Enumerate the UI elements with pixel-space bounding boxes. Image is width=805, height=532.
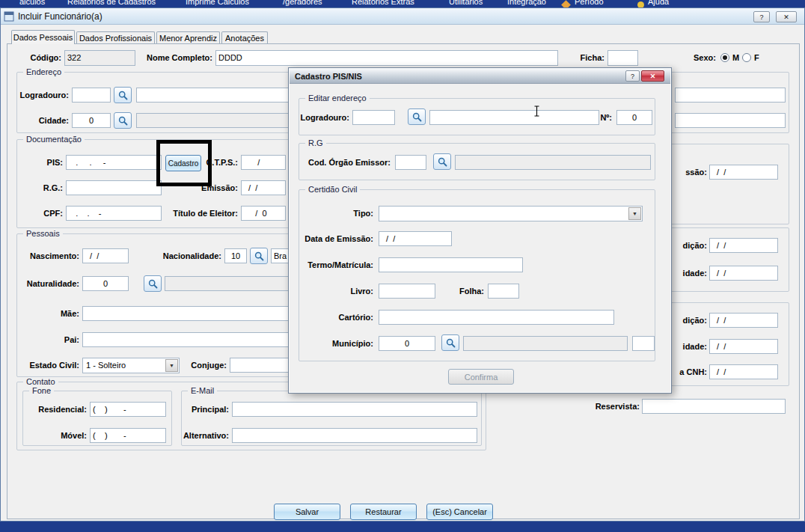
- validade1-field[interactable]: / /: [709, 266, 778, 281]
- menu-item-relatorios-cadastros[interactable]: Relatórios de Cadastros: [67, 0, 156, 6]
- validade2-label: idade:: [683, 342, 707, 352]
- dlg-municipio-code-field[interactable]: 0: [379, 336, 435, 351]
- ficha-field[interactable]: [607, 50, 638, 66]
- dlg-numero-label: Nº:: [600, 113, 612, 123]
- dlg-cartorio-label: Cartório:: [339, 313, 373, 322]
- validade1-label: idade:: [683, 269, 707, 278]
- dlg-municipio-extra-field[interactable]: [632, 336, 655, 351]
- menu-item-periodo[interactable]: Período: [575, 0, 604, 6]
- dlg-livro-field[interactable]: [379, 284, 435, 299]
- nacionalidade-label: Nacionalidade:: [163, 251, 221, 261]
- titulo-eleitor-field[interactable]: / 0: [241, 206, 286, 221]
- window-close-button[interactable]: ✕: [776, 11, 797, 22]
- emissao-field[interactable]: / /: [241, 180, 286, 195]
- cidade-search-button[interactable]: [114, 112, 132, 129]
- group-email-title: E-Mail: [188, 386, 217, 396]
- dlg-orgao-search-button[interactable]: [433, 153, 451, 170]
- search-icon: [118, 116, 128, 126]
- dialog-close-button[interactable]: ✕: [641, 70, 664, 82]
- salvar-button[interactable]: Salvar: [274, 504, 340, 520]
- ctps-field[interactable]: /: [241, 155, 286, 170]
- nascimento-field[interactable]: / /: [82, 248, 129, 263]
- sexo-f-radio[interactable]: [742, 53, 751, 62]
- window-help-button[interactable]: ?: [753, 11, 770, 22]
- menu-item-geradores[interactable]: /geradores: [283, 0, 322, 6]
- window-titlebar[interactable]: Incluir Funcionário(a): [1, 8, 804, 25]
- tab-dados-profissionais[interactable]: Dados Profissionais: [76, 31, 155, 44]
- menu-item-ajuda[interactable]: Ajuda: [648, 0, 669, 6]
- rg-field[interactable]: [66, 180, 162, 195]
- email-principal-field[interactable]: [232, 402, 477, 417]
- email-principal-label: Principal:: [192, 405, 229, 415]
- dlg-orgao-code-field[interactable]: [395, 155, 426, 170]
- dlg-cartorio-field[interactable]: [379, 310, 614, 325]
- cpf-field[interactable]: . . -: [66, 206, 162, 221]
- naturalidade-search-button[interactable]: [144, 275, 162, 292]
- chevron-down-icon[interactable]: ▼: [165, 359, 178, 372]
- dlg-folha-field[interactable]: [488, 284, 519, 299]
- pis-field[interactable]: . . -: [66, 155, 162, 170]
- dlg-data-emissao-field[interactable]: / /: [379, 231, 452, 246]
- dlg-logradouro-code-field[interactable]: [352, 110, 395, 125]
- tab-menor-aprendiz[interactable]: Menor Aprendiz: [156, 31, 220, 44]
- menu-item-calculos[interactable]: álculos: [19, 0, 45, 6]
- tab-dados-pessoais[interactable]: Dados Pessoais: [11, 30, 75, 44]
- nome-completo-field[interactable]: DDDD: [215, 50, 558, 66]
- cidade-code-field[interactable]: 0: [72, 113, 111, 128]
- nacionalidade-search-button[interactable]: [250, 248, 268, 264]
- fone-movel-label: Móvel:: [61, 431, 87, 441]
- group-endereco-title: Endereço: [23, 67, 64, 77]
- emissao-right-field[interactable]: / /: [709, 165, 778, 180]
- chevron-down-icon[interactable]: ▼: [628, 207, 641, 220]
- sexo-m-radio[interactable]: [720, 53, 729, 62]
- reservista-field[interactable]: [642, 399, 786, 414]
- fone-movel-field[interactable]: ( ) -: [90, 428, 166, 443]
- dialog-titlebar[interactable]: Cadastro PIS/NIS: [290, 69, 670, 84]
- dialog-help-button[interactable]: ?: [625, 70, 640, 82]
- logradouro-code-field[interactable]: [72, 88, 111, 103]
- menu-item-integracao[interactable]: Integração: [507, 0, 546, 6]
- help-menu-icon: [637, 1, 644, 7]
- nacionalidade-code-field[interactable]: 10: [224, 248, 247, 263]
- expedicao1-field[interactable]: / /: [709, 238, 778, 253]
- expedicao2-field[interactable]: / /: [709, 313, 778, 328]
- cnh-field[interactable]: / /: [709, 364, 778, 379]
- pis-label: PIS:: [47, 158, 63, 168]
- endereco-right-field-2[interactable]: [675, 113, 786, 128]
- fone-residencial-field[interactable]: ( ) -: [90, 402, 166, 417]
- email-alternativo-field[interactable]: [232, 428, 477, 443]
- menu-item-utilitarios[interactable]: Utilitários: [449, 0, 483, 6]
- conjuge-label: Conjuge:: [191, 361, 227, 370]
- expedicao1-label: dição:: [683, 241, 707, 251]
- logradouro-search-button[interactable]: [114, 87, 132, 103]
- tab-anotacoes[interactable]: Anotações: [221, 31, 268, 44]
- menu-item-imprime-calculos[interactable]: Imprime Cálculos: [186, 0, 249, 6]
- window-title: Incluir Funcionário(a): [18, 11, 102, 22]
- validade2-field[interactable]: / /: [709, 339, 778, 354]
- sexo-m-label: M: [732, 53, 739, 63]
- menu-item-relatorios-extras[interactable]: Relatórios Extras: [352, 0, 414, 6]
- bottom-strip: [0, 522, 805, 532]
- reservista-label: Reservista:: [596, 402, 640, 412]
- dlg-numero-field[interactable]: 0: [616, 110, 652, 125]
- codigo-field[interactable]: 322: [64, 50, 135, 66]
- dlg-logradouro-search-button[interactable]: [408, 108, 426, 125]
- menu-bar: álculos Relatórios de Cadastros Imprime …: [0, 0, 805, 7]
- estado-civil-label: Estado Civil:: [29, 361, 79, 370]
- dlg-municipio-search-button[interactable]: [441, 334, 459, 351]
- dlg-logradouro-label: Logradouro:: [301, 113, 349, 123]
- endereco-right-field-1[interactable]: [675, 88, 786, 103]
- group-fone-title: Fone: [29, 386, 54, 396]
- dlg-termo-field[interactable]: [379, 257, 523, 272]
- group-certidao-civil-title: Certidão Civil: [305, 185, 360, 195]
- dlg-logradouro-name-field[interactable]: [429, 110, 599, 125]
- confirma-button[interactable]: Confirma: [448, 369, 514, 385]
- dlg-folha-label: Folha:: [459, 287, 484, 296]
- estado-civil-combo[interactable]: 1 - Solteiro ▼: [82, 358, 180, 373]
- dlg-municipio-name-field: [463, 336, 628, 351]
- restaurar-button[interactable]: Restaurar: [350, 504, 417, 520]
- email-alternativo-label: Alternativo:: [183, 431, 229, 441]
- cancelar-button[interactable]: (Esc) Cancelar: [426, 504, 493, 520]
- dlg-tipo-combo[interactable]: ▼: [379, 206, 643, 221]
- naturalidade-code-field[interactable]: 0: [82, 276, 129, 291]
